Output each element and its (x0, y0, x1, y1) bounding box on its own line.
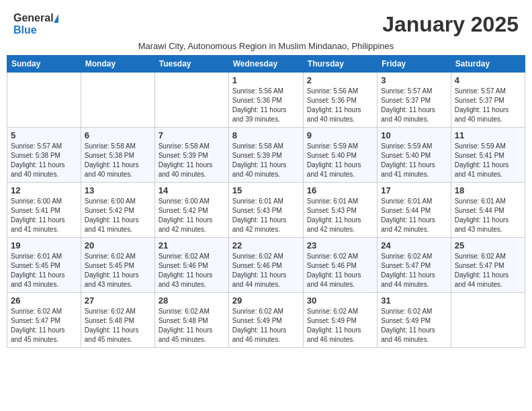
day-number: 23 (307, 240, 373, 250)
calendar-week-3: 12Sunrise: 6:00 AM Sunset: 5:41 PM Dayli… (7, 183, 525, 238)
calendar-cell: 15Sunrise: 6:01 AM Sunset: 5:43 PM Dayli… (228, 183, 303, 238)
calendar-cell: 31Sunrise: 6:02 AM Sunset: 5:49 PM Dayli… (378, 293, 451, 348)
day-number: 20 (85, 240, 151, 250)
calendar-cell: 17Sunrise: 6:01 AM Sunset: 5:44 PM Dayli… (378, 183, 451, 238)
day-info: Sunrise: 6:02 AM Sunset: 5:48 PM Dayligh… (159, 307, 225, 345)
header-day-wednesday: Wednesday (228, 56, 303, 73)
logo: General Blue (13, 12, 58, 36)
day-number: 21 (159, 240, 225, 250)
day-info: Sunrise: 5:59 AM Sunset: 5:40 PM Dayligh… (307, 142, 373, 179)
logo-general-text: General (13, 12, 54, 24)
calendar-cell: 22Sunrise: 6:02 AM Sunset: 5:46 PM Dayli… (228, 238, 303, 293)
calendar-cell: 12Sunrise: 6:00 AM Sunset: 5:41 PM Dayli… (7, 183, 81, 238)
day-number: 26 (11, 295, 77, 306)
day-info: Sunrise: 6:02 AM Sunset: 5:46 PM Dayligh… (159, 252, 225, 289)
calendar-header-row: SundayMondayTuesdayWednesdayThursdayFrid… (7, 56, 525, 73)
day-info: Sunrise: 5:58 AM Sunset: 5:39 PM Dayligh… (232, 142, 300, 179)
calendar-cell: 16Sunrise: 6:01 AM Sunset: 5:43 PM Dayli… (303, 183, 377, 238)
calendar-cell: 6Sunrise: 5:58 AM Sunset: 5:38 PM Daylig… (81, 128, 154, 183)
day-number: 17 (381, 185, 447, 195)
header-day-tuesday: Tuesday (154, 56, 228, 73)
day-info: Sunrise: 5:58 AM Sunset: 5:39 PM Dayligh… (159, 142, 225, 179)
calendar-cell: 28Sunrise: 6:02 AM Sunset: 5:48 PM Dayli… (154, 293, 228, 348)
header-day-sunday: Sunday (7, 56, 81, 73)
day-number: 24 (381, 240, 447, 250)
day-number: 12 (11, 185, 77, 195)
day-info: Sunrise: 5:56 AM Sunset: 5:36 PM Dayligh… (307, 87, 373, 124)
calendar-cell: 26Sunrise: 6:02 AM Sunset: 5:47 PM Dayli… (7, 293, 81, 348)
calendar-cell: 18Sunrise: 6:01 AM Sunset: 5:44 PM Dayli… (451, 183, 525, 238)
day-number: 18 (455, 185, 521, 195)
calendar-week-4: 19Sunrise: 6:01 AM Sunset: 5:45 PM Dayli… (7, 238, 525, 293)
day-info: Sunrise: 6:02 AM Sunset: 5:47 PM Dayligh… (381, 252, 447, 289)
day-number: 29 (232, 295, 300, 306)
day-number: 10 (381, 130, 447, 140)
day-info: Sunrise: 6:02 AM Sunset: 5:49 PM Dayligh… (307, 307, 373, 345)
month-title: January 2025 (382, 12, 519, 37)
day-number: 7 (159, 130, 225, 140)
day-number: 15 (232, 185, 300, 195)
day-info: Sunrise: 5:58 AM Sunset: 5:38 PM Dayligh… (85, 142, 151, 179)
day-number: 28 (159, 295, 225, 306)
day-info: Sunrise: 6:02 AM Sunset: 5:47 PM Dayligh… (11, 307, 77, 345)
day-info: Sunrise: 6:02 AM Sunset: 5:47 PM Dayligh… (455, 252, 521, 289)
calendar-body: 1Sunrise: 5:56 AM Sunset: 5:36 PM Daylig… (7, 73, 525, 348)
day-info: Sunrise: 6:01 AM Sunset: 5:44 PM Dayligh… (381, 197, 447, 234)
calendar-cell: 10Sunrise: 5:59 AM Sunset: 5:40 PM Dayli… (378, 128, 451, 183)
day-number: 11 (455, 130, 521, 140)
day-number: 5 (11, 130, 77, 140)
day-info: Sunrise: 6:00 AM Sunset: 5:42 PM Dayligh… (85, 197, 151, 234)
day-number: 31 (381, 295, 447, 306)
calendar-cell (81, 73, 154, 128)
calendar-cell: 7Sunrise: 5:58 AM Sunset: 5:39 PM Daylig… (154, 128, 228, 183)
day-number: 13 (85, 185, 151, 195)
calendar-cell (154, 73, 228, 128)
calendar-week-5: 26Sunrise: 6:02 AM Sunset: 5:47 PM Dayli… (7, 293, 525, 348)
day-info: Sunrise: 6:01 AM Sunset: 5:45 PM Dayligh… (11, 252, 77, 289)
calendar-cell (7, 73, 81, 128)
calendar-cell: 27Sunrise: 6:02 AM Sunset: 5:48 PM Dayli… (81, 293, 154, 348)
day-info: Sunrise: 5:59 AM Sunset: 5:40 PM Dayligh… (381, 142, 447, 179)
day-info: Sunrise: 5:56 AM Sunset: 5:36 PM Dayligh… (232, 87, 300, 124)
day-number: 6 (85, 130, 151, 140)
day-info: Sunrise: 5:57 AM Sunset: 5:38 PM Dayligh… (11, 142, 77, 179)
day-info: Sunrise: 6:02 AM Sunset: 5:49 PM Dayligh… (232, 307, 300, 345)
calendar-cell: 9Sunrise: 5:59 AM Sunset: 5:40 PM Daylig… (303, 128, 377, 183)
day-number: 19 (11, 240, 77, 250)
calendar-week-2: 5Sunrise: 5:57 AM Sunset: 5:38 PM Daylig… (7, 128, 525, 183)
calendar-week-1: 1Sunrise: 5:56 AM Sunset: 5:36 PM Daylig… (7, 73, 525, 128)
day-number: 30 (307, 295, 373, 306)
day-info: Sunrise: 6:02 AM Sunset: 5:46 PM Dayligh… (232, 252, 300, 289)
day-number: 25 (455, 240, 521, 250)
calendar-cell: 3Sunrise: 5:57 AM Sunset: 5:37 PM Daylig… (378, 73, 451, 128)
day-info: Sunrise: 6:02 AM Sunset: 5:49 PM Dayligh… (381, 307, 447, 345)
calendar-cell: 23Sunrise: 6:02 AM Sunset: 5:46 PM Dayli… (303, 238, 377, 293)
day-number: 4 (455, 75, 521, 85)
calendar-cell: 19Sunrise: 6:01 AM Sunset: 5:45 PM Dayli… (7, 238, 81, 293)
day-number: 1 (232, 75, 300, 85)
calendar-cell: 20Sunrise: 6:02 AM Sunset: 5:45 PM Dayli… (81, 238, 154, 293)
calendar-cell: 1Sunrise: 5:56 AM Sunset: 5:36 PM Daylig… (228, 73, 303, 128)
day-number: 16 (307, 185, 373, 195)
calendar-cell: 11Sunrise: 5:59 AM Sunset: 5:41 PM Dayli… (451, 128, 525, 183)
day-number: 9 (307, 130, 373, 140)
day-info: Sunrise: 6:02 AM Sunset: 5:45 PM Dayligh… (85, 252, 151, 289)
subtitle: Marawi City, Autonomous Region in Muslim… (7, 40, 525, 55)
logo-triangle-icon (54, 14, 58, 23)
header-day-friday: Friday (378, 56, 451, 73)
calendar-cell: 5Sunrise: 5:57 AM Sunset: 5:38 PM Daylig… (7, 128, 81, 183)
day-info: Sunrise: 6:00 AM Sunset: 5:42 PM Dayligh… (159, 197, 225, 234)
calendar-cell: 24Sunrise: 6:02 AM Sunset: 5:47 PM Dayli… (378, 238, 451, 293)
day-info: Sunrise: 6:00 AM Sunset: 5:41 PM Dayligh… (11, 197, 77, 234)
header: General Blue January 2025 (7, 7, 525, 40)
day-number: 14 (159, 185, 225, 195)
day-info: Sunrise: 6:01 AM Sunset: 5:43 PM Dayligh… (232, 197, 300, 234)
calendar-cell: 8Sunrise: 5:58 AM Sunset: 5:39 PM Daylig… (228, 128, 303, 183)
day-info: Sunrise: 5:57 AM Sunset: 5:37 PM Dayligh… (455, 87, 521, 124)
calendar-cell: 25Sunrise: 6:02 AM Sunset: 5:47 PM Dayli… (451, 238, 525, 293)
day-number: 2 (307, 75, 373, 85)
day-number: 8 (232, 130, 300, 140)
day-info: Sunrise: 6:01 AM Sunset: 5:43 PM Dayligh… (307, 197, 373, 234)
day-number: 3 (381, 75, 447, 85)
calendar-cell: 13Sunrise: 6:00 AM Sunset: 5:42 PM Dayli… (81, 183, 154, 238)
